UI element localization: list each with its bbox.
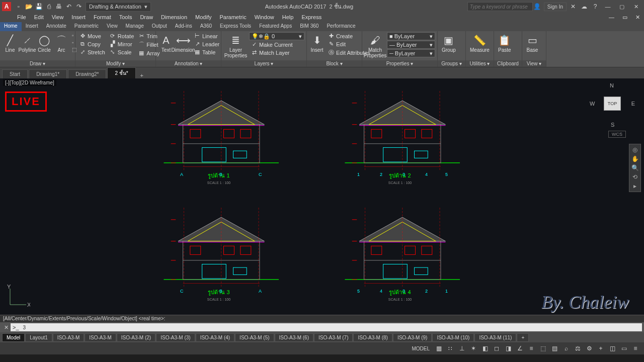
status-grid-icon[interactable]: ▦ xyxy=(433,343,444,353)
status-annoscale-icon[interactable]: ⚖ xyxy=(572,343,583,353)
status-lwt-icon[interactable]: ≡ xyxy=(526,343,537,353)
app-logo[interactable]: A xyxy=(2,2,11,11)
qat-saveas-icon[interactable]: ⎙ xyxy=(44,2,53,11)
polyline-button[interactable]: ⟋Polyline xyxy=(19,32,35,54)
layout-tab[interactable]: ISO-A3-M xyxy=(53,333,84,342)
command-input[interactable] xyxy=(21,323,642,331)
menu-window[interactable]: Window xyxy=(251,13,278,22)
panel-annotation-title[interactable]: Annotation ▾ xyxy=(156,60,221,67)
layer-props-button[interactable]: ≣Layer Properties xyxy=(223,32,248,59)
qat-plot-icon[interactable]: 🖶 xyxy=(54,2,63,11)
qat-redo-icon[interactable]: ↷ xyxy=(74,2,84,11)
menu-draw[interactable]: Draw xyxy=(136,13,157,22)
panel-block-title[interactable]: Block ▾ xyxy=(307,60,362,67)
panel-view-title[interactable]: View ▾ xyxy=(522,60,546,67)
file-tab-current[interactable]: 2 ชั้น* xyxy=(107,67,135,78)
linear-button[interactable]: ⊢Linear xyxy=(192,32,221,40)
paste-button[interactable]: 📋Paste xyxy=(496,32,513,54)
arc-button[interactable]: ⌒Arc xyxy=(53,32,69,54)
layout-tab[interactable]: Layout1 xyxy=(25,333,52,342)
status-clean-icon[interactable]: ▭ xyxy=(618,343,629,353)
menu-view[interactable]: View xyxy=(48,13,68,22)
qat-save-icon[interactable]: 💾 xyxy=(34,2,43,11)
maximize-icon[interactable]: ▢ xyxy=(616,2,628,12)
layout-tab[interactable]: ISO-A3-M (8) xyxy=(353,333,392,342)
nav-pan-icon[interactable]: ✋ xyxy=(631,155,639,162)
status-annomon-icon[interactable]: + xyxy=(595,343,606,353)
leader-button[interactable]: ↗Leader xyxy=(192,40,221,48)
menu-parametric[interactable]: Parametric xyxy=(215,13,250,22)
ucs-icon[interactable]: YX xyxy=(5,285,30,311)
status-polar-icon[interactable]: ✶ xyxy=(468,343,479,353)
lineweight-dropdown[interactable]: — ByLayer▾ xyxy=(387,41,435,49)
nav-zoom-icon[interactable]: 🔍 xyxy=(631,164,639,171)
minimize-icon[interactable]: — xyxy=(602,2,614,12)
nav-showmotion-icon[interactable]: ▸ xyxy=(633,183,636,190)
mirror-button[interactable]: ▞Mirror xyxy=(108,40,135,48)
match-props-button[interactable]: 🖌Match Properties xyxy=(364,32,386,59)
status-3dosnap-icon[interactable]: ◨ xyxy=(503,343,514,353)
panel-util-title[interactable]: Utilities ▾ xyxy=(466,60,494,67)
menu-file[interactable]: File xyxy=(13,13,30,22)
tab-performance[interactable]: Performance xyxy=(323,22,359,31)
layer-dropdown[interactable]: 💡❄🔒 0▾ xyxy=(249,32,304,40)
menu-format[interactable]: Format xyxy=(90,13,115,22)
wcs-label[interactable]: WCS xyxy=(608,131,626,138)
status-ortho-icon[interactable]: ⊥ xyxy=(456,343,467,353)
file-tab-drawing2[interactable]: Drawing2* xyxy=(68,69,106,78)
status-sc-icon[interactable]: ⌕ xyxy=(560,343,572,353)
scale-button[interactable]: ⤡Scale xyxy=(108,48,135,56)
search-input[interactable] xyxy=(467,2,533,11)
drawing-canvas[interactable]: [-][Top][2D Wireframe] LIVE รูปด้าน 1SCA… xyxy=(0,78,644,315)
tab-express[interactable]: Express Tools xyxy=(216,22,255,31)
tab-manage[interactable]: Manage xyxy=(122,22,148,31)
table-button[interactable]: ▦Table xyxy=(192,48,221,56)
base-view-button[interactable]: ▭Base xyxy=(524,32,540,54)
status-isodraft-icon[interactable]: ◧ xyxy=(479,343,491,353)
workspace-dropdown[interactable]: Drafting & Annotation▾ xyxy=(86,2,151,12)
layout-tab[interactable]: ISO-A3-M (11) xyxy=(474,333,516,342)
view-cube[interactable]: N S W E TOP xyxy=(590,82,635,128)
file-tab-drawing1[interactable]: Drawing1* xyxy=(29,69,67,78)
line-button[interactable]: ╱Line xyxy=(2,32,18,54)
menu-help[interactable]: Help xyxy=(278,13,298,22)
menu-express[interactable]: Express xyxy=(297,13,326,22)
status-osnap-icon[interactable]: ◻ xyxy=(491,343,502,353)
file-tab-add[interactable]: + xyxy=(137,72,147,78)
panel-draw-title[interactable]: Draw ▾ xyxy=(0,60,75,67)
panel-modify-title[interactable]: Modify ▾ xyxy=(75,60,155,67)
dimension-button[interactable]: ⟷Dimension xyxy=(175,32,191,54)
file-tab-start[interactable]: Start xyxy=(2,69,28,78)
close-icon[interactable]: ✕ xyxy=(630,2,642,12)
navigation-bar[interactable]: ◎ ✋ 🔍 ⟲ ▸ xyxy=(629,144,641,192)
mdi-minimize-icon[interactable]: — xyxy=(605,13,618,22)
status-snap-icon[interactable]: ∷ xyxy=(445,343,456,353)
viewcube-top[interactable]: TOP xyxy=(604,97,621,111)
tab-view[interactable]: View xyxy=(103,22,122,31)
mdi-close-icon[interactable]: ✕ xyxy=(631,13,644,22)
qat-undo-icon[interactable]: ↶ xyxy=(64,2,73,11)
group-button[interactable]: ▣Group xyxy=(440,32,458,54)
signin-button[interactable]: Sign In xyxy=(544,3,567,11)
tab-featured[interactable]: Featured Apps xyxy=(255,22,296,31)
match-layer-button[interactable]: ⇄Match Layer xyxy=(249,49,304,56)
tab-insert[interactable]: Insert xyxy=(22,22,42,31)
layout-tab[interactable]: ISO-A3-M (10) xyxy=(432,333,474,342)
layout-tab[interactable]: ISO-A3-M (2) xyxy=(117,333,155,342)
infocenter-icon[interactable]: 👤 xyxy=(533,2,542,11)
menu-insert[interactable]: Insert xyxy=(67,13,90,22)
layout-tab[interactable]: + xyxy=(517,333,529,342)
tab-a360[interactable]: A360 xyxy=(196,22,216,31)
tab-addins[interactable]: Add-ins xyxy=(171,22,196,31)
copy-button[interactable]: ⧉Copy xyxy=(77,40,107,48)
a360-icon[interactable]: ☁ xyxy=(580,2,589,11)
stretch-button[interactable]: ⤢Stretch xyxy=(77,48,107,56)
tab-output[interactable]: Output xyxy=(148,22,171,31)
status-iso-icon[interactable]: ◫ xyxy=(607,343,618,353)
qat-new-icon[interactable]: ▫ xyxy=(14,2,23,11)
layout-tab[interactable]: ISO-A3-M (7) xyxy=(314,333,353,342)
menu-edit[interactable]: Edit xyxy=(30,13,48,22)
panel-layers-title[interactable]: Layers ▾ xyxy=(221,60,306,67)
tab-annotate[interactable]: Annotate xyxy=(42,22,70,31)
help-icon[interactable]: ? xyxy=(591,2,600,11)
